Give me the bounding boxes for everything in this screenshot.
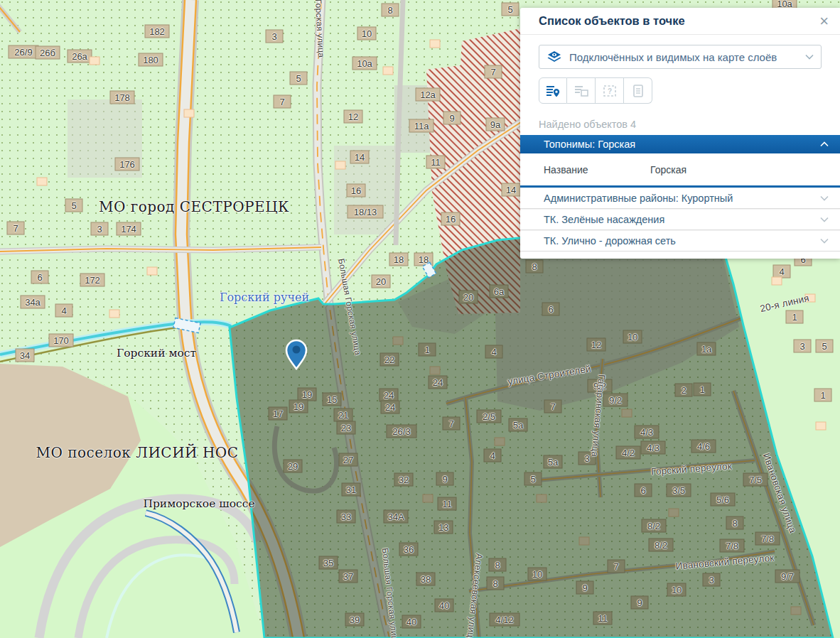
identify-by-list-button[interactable]: [567, 77, 596, 104]
results-count: Найдено объектов 4: [539, 119, 822, 130]
document-icon: [630, 83, 646, 99]
building-footprint: [786, 310, 803, 323]
building-footprint: [91, 222, 108, 235]
building-footprint: [773, 265, 790, 278]
building-footprint: [441, 212, 460, 225]
identify-toolbar: ?: [539, 77, 822, 104]
attr-key: Название: [544, 164, 650, 175]
chevron-up-icon: [820, 141, 829, 147]
section-admin-districts[interactable]: Административные районы: Курортный: [520, 188, 840, 209]
map-viewport: 26/926б26а182180178176573174617234а41703…: [0, 0, 840, 638]
attr-value: Горская: [650, 164, 686, 175]
building-footprint: [65, 199, 82, 212]
building-footprint: [110, 91, 134, 104]
building-footprint: [139, 53, 163, 66]
section-toponyms-header[interactable]: Топонимы: Горская: [520, 135, 840, 153]
building-footprint: [372, 275, 390, 288]
building-footprint: [117, 222, 141, 235]
building-footprint: [409, 119, 434, 132]
building-footprint: [344, 110, 362, 123]
building-footprint: [382, 4, 399, 16]
chevron-down-icon: [820, 195, 829, 201]
identify-by-rect-button[interactable]: ?: [596, 77, 624, 104]
building-footprint: [352, 57, 377, 70]
section-title: Топонимы: Горская: [544, 139, 635, 150]
building-footprint: [502, 183, 520, 196]
section-title: ТК. Улично - дорожная сеть: [544, 235, 676, 247]
building-footprint: [7, 222, 24, 234]
list-rect-icon: [574, 83, 589, 99]
building-footprint: [389, 253, 408, 266]
building-footprint: [350, 151, 369, 163]
building-footprint: [55, 304, 72, 317]
building-footprint: [36, 46, 60, 59]
building-footprint: [290, 72, 307, 85]
section-road-network[interactable]: ТК. Улично - дорожная сеть: [520, 230, 840, 252]
chevron-down-icon: [820, 217, 829, 222]
building-footprint: [80, 274, 104, 286]
building-footprint: [794, 340, 811, 352]
building-footprint: [274, 95, 291, 108]
building-footprint: [502, 3, 519, 16]
building-footprint: [814, 389, 831, 401]
chevron-down-icon: [805, 54, 814, 60]
building-footprint: [115, 158, 139, 171]
section-title: Административные районы: Курортный: [544, 193, 733, 204]
building-footprint: [9, 45, 38, 58]
building-footprint: [486, 118, 505, 131]
building-footprint: [16, 349, 34, 362]
section-green-plantings[interactable]: ТК. Зелёные насаждения: [520, 209, 840, 230]
building-footprint: [426, 156, 445, 168]
panel-header: Список объектов в точке ×: [520, 8, 840, 35]
building-footprint: [31, 271, 48, 283]
chevron-down-icon: [820, 238, 829, 244]
building-footprint: [49, 334, 73, 347]
svg-text:?: ?: [608, 87, 612, 95]
building-footprint: [68, 50, 92, 63]
section-title: ТК. Зелёные насаждения: [544, 214, 664, 225]
close-icon[interactable]: ×: [819, 13, 829, 29]
building-footprint: [347, 184, 365, 197]
layer-filter-value: Подключённых и видимых на карте слоёв: [569, 51, 777, 63]
identify-by-point-button[interactable]: [539, 77, 567, 104]
building-footprint: [145, 25, 169, 38]
building-footprint: [266, 30, 283, 43]
layer-filter-select[interactable]: Подключённых и видимых на карте слоёв: [539, 45, 822, 69]
building-footprint: [21, 296, 45, 308]
building-footprint: [816, 340, 833, 352]
building-footprint: [357, 27, 376, 40]
panel-title: Список объектов в точке: [539, 14, 685, 28]
question-rect-icon: ?: [602, 83, 618, 99]
building-footprint: [348, 205, 383, 218]
building-footprint: [443, 112, 461, 124]
section-toponyms-body: Название Горская: [520, 153, 840, 185]
list-pin-icon: [545, 83, 561, 99]
building-footprint: [416, 88, 440, 101]
identify-report-button[interactable]: [624, 77, 652, 104]
building-footprint: [485, 65, 502, 78]
objects-panel: Список объектов в точке × Подключённых и…: [520, 8, 840, 259]
layers-icon: [546, 50, 562, 63]
